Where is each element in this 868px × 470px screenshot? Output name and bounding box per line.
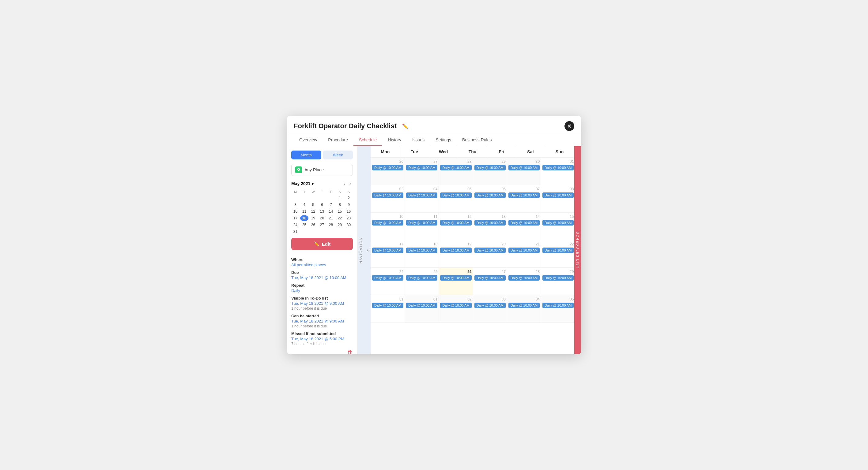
- event-pill[interactable]: Daily @ 10:00 AM: [508, 165, 540, 170]
- event-pill[interactable]: Daily @ 10:00 AM: [508, 275, 540, 280]
- mini-cal-next-button[interactable]: ›: [348, 180, 353, 187]
- event-pill[interactable]: Daily @ 10:00 AM: [508, 220, 540, 226]
- mini-cal-day[interactable]: [309, 195, 317, 201]
- mini-cal-day[interactable]: [300, 195, 308, 201]
- mini-cal-day[interactable]: 8: [336, 202, 344, 208]
- mini-cal-day[interactable]: 11: [300, 208, 308, 214]
- cal-cell-w6-thu: 03 Daily @ 10:00 AM: [473, 295, 507, 323]
- mini-cal-day[interactable]: 14: [327, 208, 335, 214]
- mini-cal-day[interactable]: 4: [300, 202, 308, 208]
- tab-business-rules[interactable]: Business Rules: [457, 134, 497, 146]
- event-pill[interactable]: Daily @ 10:00 AM: [372, 193, 403, 198]
- mini-cal-day[interactable]: 17: [291, 215, 300, 221]
- mini-cal-day[interactable]: 10: [291, 208, 300, 214]
- mini-cal-day[interactable]: 30: [345, 222, 353, 228]
- mini-cal-day[interactable]: 22: [336, 215, 344, 221]
- event-pill[interactable]: Daily @ 10:00 AM: [406, 193, 437, 198]
- tab-history[interactable]: History: [382, 134, 407, 146]
- event-pill[interactable]: Daily @ 10:00 AM: [474, 220, 506, 226]
- event-pill[interactable]: Daily @ 10:00 AM: [508, 193, 540, 198]
- event-pill[interactable]: Daily @ 10:00 AM: [474, 247, 506, 253]
- mini-cal-day[interactable]: 29: [336, 222, 344, 228]
- week-view-button[interactable]: Week: [323, 150, 353, 160]
- mini-cal-day[interactable]: 21: [327, 215, 335, 221]
- mini-cal-prev-button[interactable]: ‹: [341, 180, 347, 187]
- modal-header: Forklift Operator Daily Checklist ✏️: [287, 116, 581, 134]
- event-pill[interactable]: Daily @ 10:00 AM: [542, 275, 574, 280]
- event-pill[interactable]: Daily @ 10:00 AM: [372, 220, 403, 226]
- mini-cal-day[interactable]: 26: [309, 222, 317, 228]
- tab-issues[interactable]: Issues: [407, 134, 430, 146]
- mini-cal-day[interactable]: 31: [291, 229, 300, 235]
- event-pill[interactable]: Daily @ 10:00 AM: [372, 165, 403, 170]
- event-pill[interactable]: Daily @ 10:00 AM: [440, 247, 471, 253]
- mini-cal-day-today[interactable]: 18: [300, 215, 308, 221]
- mini-cal-day[interactable]: [345, 229, 353, 235]
- mini-cal-day[interactable]: 13: [318, 208, 326, 214]
- mini-cal-day[interactable]: 27: [318, 222, 326, 228]
- mini-cal-day[interactable]: [318, 195, 326, 201]
- mini-cal-day[interactable]: [300, 229, 308, 235]
- edit-button[interactable]: ✏️ Edit: [291, 238, 353, 250]
- event-pill[interactable]: Daily @ 10:00 AM: [406, 247, 437, 253]
- event-pill[interactable]: Daily @ 10:00 AM: [474, 193, 506, 198]
- mini-cal-day[interactable]: 25: [300, 222, 308, 228]
- close-button[interactable]: [564, 121, 574, 131]
- event-pill[interactable]: Daily @ 10:00 AM: [440, 165, 471, 170]
- mini-cal-day[interactable]: 16: [345, 208, 353, 214]
- event-pill[interactable]: Daily @ 10:00 AM: [542, 220, 574, 226]
- event-pill[interactable]: Daily @ 10:00 AM: [406, 275, 437, 280]
- schedules-list-tab[interactable]: SCHEDULES LIST: [574, 146, 581, 354]
- event-pill[interactable]: Daily @ 10:00 AM: [474, 165, 506, 170]
- mini-cal-day[interactable]: 6: [318, 202, 326, 208]
- mini-cal-day[interactable]: 28: [327, 222, 335, 228]
- mini-cal-day[interactable]: 19: [309, 215, 317, 221]
- event-pill[interactable]: Daily @ 10:00 AM: [440, 303, 471, 308]
- month-view-button[interactable]: Month: [291, 150, 321, 160]
- place-selector[interactable]: Any Place: [291, 164, 353, 176]
- navigation-strip[interactable]: NAVIGATION: [358, 146, 364, 354]
- event-pill[interactable]: Daily @ 10:00 AM: [542, 303, 574, 308]
- mini-cal-day[interactable]: [327, 229, 335, 235]
- mini-cal-day[interactable]: [318, 229, 326, 235]
- event-pill[interactable]: Daily @ 10:00 AM: [508, 303, 540, 308]
- event-pill[interactable]: Daily @ 10:00 AM: [406, 303, 437, 308]
- event-pill[interactable]: Daily @ 10:00 AM: [542, 165, 574, 170]
- mini-cal-day[interactable]: 24: [291, 222, 300, 228]
- event-pill[interactable]: Daily @ 10:00 AM: [440, 275, 471, 280]
- mini-cal-day[interactable]: 9: [345, 202, 353, 208]
- mini-cal-dropdown-icon[interactable]: ▾: [311, 181, 314, 186]
- mini-cal-day[interactable]: 2: [345, 195, 353, 201]
- event-pill[interactable]: Daily @ 10:00 AM: [474, 275, 506, 280]
- cal-prev-button[interactable]: [364, 146, 371, 354]
- mini-cal-day[interactable]: [327, 195, 335, 201]
- event-pill[interactable]: Daily @ 10:00 AM: [406, 220, 437, 226]
- delete-icon[interactable]: 🗑: [347, 349, 353, 354]
- mini-cal-day[interactable]: 3: [291, 202, 300, 208]
- event-pill[interactable]: Daily @ 10:00 AM: [372, 247, 403, 253]
- mini-cal-day[interactable]: [336, 229, 344, 235]
- mini-cal-day[interactable]: 5: [309, 202, 317, 208]
- tab-procedure[interactable]: Procedure: [322, 134, 353, 146]
- event-pill[interactable]: Daily @ 10:00 AM: [406, 165, 437, 170]
- event-pill[interactable]: Daily @ 10:00 AM: [372, 303, 403, 308]
- event-pill[interactable]: Daily @ 10:00 AM: [542, 193, 574, 198]
- event-pill[interactable]: Daily @ 10:00 AM: [542, 247, 574, 253]
- event-pill[interactable]: Daily @ 10:00 AM: [508, 247, 540, 253]
- mini-cal-day[interactable]: 20: [318, 215, 326, 221]
- mini-cal-day[interactable]: 12: [309, 208, 317, 214]
- tab-overview[interactable]: Overview: [294, 134, 322, 146]
- mini-cal-day[interactable]: 1: [336, 195, 344, 201]
- mini-cal-day[interactable]: [309, 229, 317, 235]
- tab-settings[interactable]: Settings: [430, 134, 457, 146]
- title-edit-icon[interactable]: ✏️: [402, 123, 408, 129]
- mini-cal-day[interactable]: 7: [327, 202, 335, 208]
- event-pill[interactable]: Daily @ 10:00 AM: [474, 303, 506, 308]
- event-pill[interactable]: Daily @ 10:00 AM: [372, 275, 403, 280]
- mini-cal-day[interactable]: 15: [336, 208, 344, 214]
- mini-cal-day[interactable]: [291, 195, 300, 201]
- event-pill[interactable]: Daily @ 10:00 AM: [440, 220, 471, 226]
- event-pill[interactable]: Daily @ 10:00 AM: [440, 193, 471, 198]
- tab-schedule[interactable]: Schedule: [353, 134, 382, 146]
- mini-cal-day[interactable]: 23: [345, 215, 353, 221]
